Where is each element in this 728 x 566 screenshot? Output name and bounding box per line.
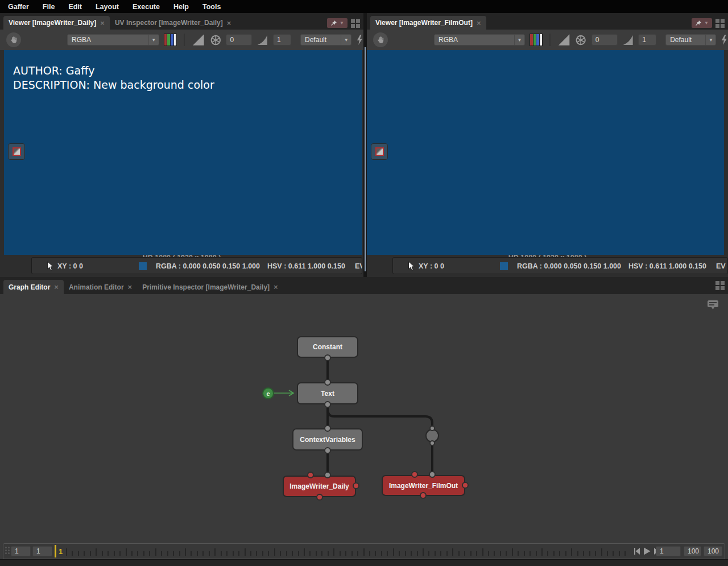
node-connector[interactable]: [316, 494, 323, 501]
timeline-grip[interactable]: [5, 547, 10, 556]
current-frame-field[interactable]: [32, 546, 52, 556]
frame-field[interactable]: [656, 546, 681, 556]
gamma-field[interactable]: [638, 34, 656, 46]
node-connector[interactable]: [462, 482, 469, 489]
tab-animation-editor[interactable]: Animation Editor ×: [64, 280, 137, 294]
menu-item-edit[interactable]: Edit: [68, 3, 82, 11]
layout-grid-icon[interactable]: [715, 281, 725, 290]
tab-close-icon[interactable]: ×: [54, 283, 59, 291]
exposure-field[interactable]: [592, 34, 618, 46]
ruler-tick: [619, 551, 620, 556]
exposure-field[interactable]: [226, 34, 252, 46]
channel-dropdown[interactable]: RGBA ▼: [434, 34, 525, 46]
ruler-tick: [589, 551, 590, 556]
image-viewport[interactable]: [367, 50, 724, 255]
node-connector[interactable]: [324, 425, 331, 432]
status-xy: XY : 0 0: [57, 262, 83, 270]
image-text-overlay: AUTHOR: Gaffy DESCRIPTION: New backgroun…: [13, 64, 214, 92]
timeline-playhead[interactable]: [55, 545, 56, 557]
ruler-tick: [541, 548, 543, 556]
layout-grid-icon[interactable]: [715, 19, 725, 28]
node-connector[interactable]: [420, 492, 427, 499]
node-connector[interactable]: [324, 379, 331, 386]
menu-item-help[interactable]: Help: [173, 3, 189, 11]
pin-button[interactable]: ▼: [692, 18, 712, 28]
node-connector[interactable]: [429, 425, 435, 431]
ruler-tick: [221, 551, 222, 556]
node-connector[interactable]: [353, 482, 359, 489]
aperture-icon[interactable]: [575, 34, 586, 46]
tab-graph-editor[interactable]: Graph Editor ×: [3, 280, 64, 294]
ruler-tick: [423, 548, 424, 556]
hand-icon: [376, 35, 385, 44]
tab-uv-inspector[interactable]: UV Inspector [ImageWriter_Daily] ×: [110, 16, 236, 30]
tab-viewer-imagewriter-filmout[interactable]: Viewer [ImageWriter_FilmOut] ×: [370, 16, 486, 30]
node-connector[interactable]: [411, 471, 418, 478]
lightning-icon[interactable]: [721, 34, 728, 46]
channel-bars-icon[interactable]: [530, 34, 543, 46]
tab-close-icon[interactable]: ×: [100, 19, 105, 27]
channel-bars-icon[interactable]: [164, 34, 177, 46]
ruler-tick: [595, 551, 596, 556]
crop-tool-icon: [375, 147, 384, 156]
pan-tool-button[interactable]: [373, 32, 388, 47]
menu-item-file[interactable]: File: [43, 3, 55, 11]
graph-editor-panel: Graph Editor × Animation Editor × Primit…: [0, 277, 728, 566]
tab-close-icon[interactable]: ×: [227, 19, 231, 27]
menu-item-tools[interactable]: Tools: [202, 3, 221, 11]
node-connector[interactable]: [324, 354, 331, 361]
menu-item-gaffer[interactable]: Gaffer: [8, 3, 29, 11]
exposure-triangle-icon[interactable]: [557, 33, 570, 47]
viewer-toolbar: RGBA ▼: [367, 30, 728, 50]
node-connector[interactable]: [307, 472, 314, 478]
ruler-tick: [624, 551, 626, 556]
tab-label: Primitive Inspector [ImageWriter_Daily]: [142, 283, 270, 291]
node-connector[interactable]: [324, 401, 331, 408]
lightning-icon[interactable]: [356, 34, 363, 46]
status-ev: EV: [716, 262, 726, 270]
range-start-field[interactable]: [684, 546, 701, 556]
viewer-toolbar: RGBA ▼: [0, 30, 363, 50]
pin-button[interactable]: ▼: [327, 18, 348, 28]
gamma-curve-icon[interactable]: [622, 34, 634, 46]
gamma-field[interactable]: [273, 34, 291, 46]
ruler-tick: [119, 551, 121, 556]
channel-dropdown[interactable]: RGBA ▼: [67, 34, 159, 46]
expression-node[interactable]: e: [262, 387, 274, 399]
image-viewport[interactable]: AUTHOR: Gaffy DESCRIPTION: New backgroun…: [4, 50, 362, 255]
display-transform-dropdown[interactable]: Default ▼: [300, 34, 351, 46]
tab-close-icon[interactable]: ×: [128, 283, 133, 291]
timeline-bar: 1: [3, 543, 725, 559]
tabbar-controls: ▼: [692, 18, 728, 30]
pin-dropdown-arrow[interactable]: ▼: [340, 20, 344, 26]
ruler-tick: [381, 551, 382, 556]
node-connector[interactable]: [429, 440, 435, 446]
ruler-tick: [96, 548, 97, 556]
node-graph-canvas[interactable]: ConstantTextContextVariablesImageWriter_…: [0, 294, 728, 543]
menu-item-execute[interactable]: Execute: [133, 3, 160, 11]
tab-viewer-imagewriter-daily[interactable]: Viewer [ImageWriter_Daily] ×: [3, 16, 110, 30]
skip-to-start-button[interactable]: [634, 547, 640, 555]
frame-start-field[interactable]: [11, 546, 31, 556]
pan-tool-button[interactable]: [6, 32, 21, 47]
dropdown-arrow-box: ▼: [148, 35, 159, 45]
pin-dropdown-arrow[interactable]: ▼: [704, 20, 709, 26]
play-button[interactable]: [643, 547, 651, 555]
range-end-field[interactable]: [704, 546, 722, 556]
ruler-tick: [553, 551, 555, 556]
node-connector[interactable]: [324, 447, 331, 454]
comment-icon[interactable]: [707, 300, 719, 310]
crop-tool-button[interactable]: [371, 143, 388, 160]
display-transform-dropdown[interactable]: Default ▼: [665, 34, 716, 46]
layout-grid-icon[interactable]: [351, 19, 360, 28]
tab-close-icon[interactable]: ×: [477, 19, 481, 27]
crop-tool-button[interactable]: [8, 143, 25, 160]
aperture-icon[interactable]: [210, 34, 222, 46]
tab-primitive-inspector[interactable]: Primitive Inspector [ImageWriter_Daily] …: [137, 280, 283, 294]
node-connector[interactable]: [429, 471, 436, 478]
tab-close-icon[interactable]: ×: [274, 283, 278, 291]
menu-item-layout[interactable]: Layout: [96, 3, 119, 11]
node-connector[interactable]: [324, 472, 331, 478]
gamma-curve-icon[interactable]: [257, 34, 268, 46]
exposure-triangle-icon[interactable]: [192, 33, 205, 47]
